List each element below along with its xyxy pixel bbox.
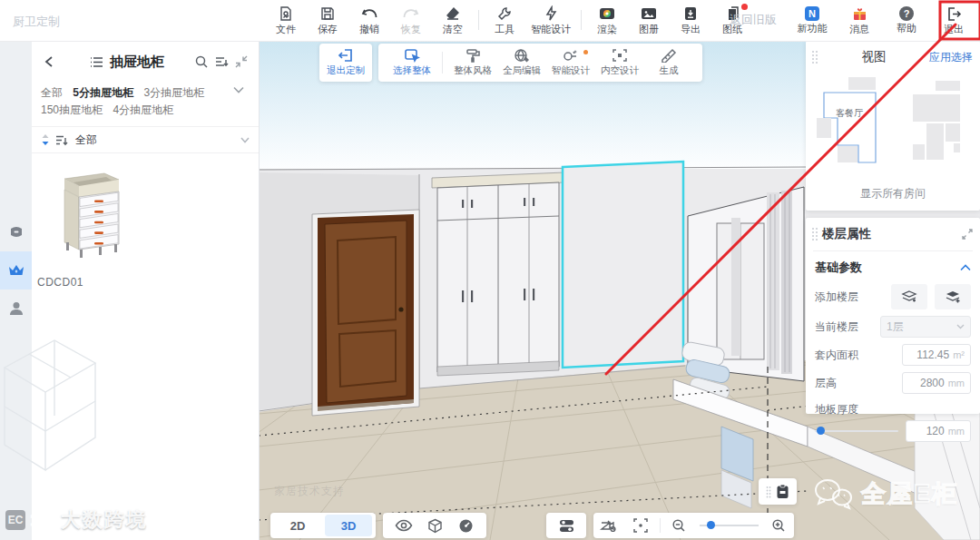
display-tools [383, 513, 486, 538]
cabinet-drawer-icon [7, 223, 25, 241]
undo-icon [360, 5, 378, 22]
global-edit-button[interactable]: 全局编辑 [497, 48, 546, 77]
drag-handle-icon [766, 486, 771, 498]
new-features-button[interactable]: N 新功能 [791, 0, 833, 40]
left-module-rail [0, 41, 32, 540]
floor-thickness-row: 120 mm [806, 417, 980, 442]
wechat-bubbles-icon [812, 476, 854, 512]
view-2d-button[interactable]: 2D [274, 515, 321, 536]
area-row: 套内面积 112.45 m² [806, 338, 980, 366]
help-icon: ? [899, 6, 914, 21]
sort-order-icon[interactable] [41, 133, 50, 146]
wrench-icon [496, 5, 513, 22]
floorplan-minimap[interactable]: 客餐厅 [806, 70, 980, 181]
tab-all[interactable]: 全部 [41, 86, 63, 99]
product-card[interactable]: CDCD01 [37, 164, 146, 289]
tab-4fen[interactable]: 4分抽屉地柜 [113, 103, 173, 116]
bottom-right-watermark: 全屋E柜 [812, 476, 958, 512]
rail-custom-module-active[interactable] [0, 251, 32, 290]
ai-design-button[interactable]: 智能设计 [525, 0, 576, 40]
rail-cabinet-module[interactable] [0, 213, 32, 251]
render-camera-icon [598, 5, 616, 22]
render-button[interactable]: 渲染 [586, 0, 628, 40]
thickness-input[interactable]: 120 mm [906, 420, 971, 442]
exit-button[interactable]: 退出 [933, 0, 975, 40]
back-to-old-link[interactable]: 返回旧版 [730, 12, 777, 28]
tabs-expand-chevron-icon[interactable] [233, 86, 244, 93]
tab-3fen[interactable]: 3分抽屉地柜 [143, 86, 204, 99]
smart-design-dot [583, 50, 588, 54]
paint-roller-icon [465, 48, 481, 63]
expand-panel-icon[interactable] [962, 229, 973, 240]
help-button[interactable]: ? 帮助 [886, 0, 927, 40]
zoom-in-icon[interactable] [764, 514, 794, 537]
panel-toggles-button[interactable] [546, 513, 586, 538]
performance-gauge-icon[interactable] [450, 514, 481, 537]
apply-selection-link[interactable]: 应用选择 [929, 50, 973, 65]
top-toolbar: 厨卫定制 文件 保存 撤销 恢复 清空 工具 智能设计 [0, 0, 980, 42]
slider-thumb[interactable] [817, 427, 825, 435]
zoom-slider[interactable] [700, 520, 759, 531]
sort-list-icon[interactable] [55, 134, 68, 146]
inner-space-design-button[interactable]: 内空设计 [595, 48, 644, 77]
clear-button[interactable]: 清空 [432, 0, 474, 40]
rail-user-module[interactable] [0, 290, 32, 328]
notes-clipboard-button[interactable] [759, 478, 797, 505]
back-button[interactable] [39, 52, 59, 72]
undo-button[interactable]: 撤销 [348, 0, 390, 40]
magic-wand-icon [563, 48, 579, 63]
collapse-panel-icon[interactable] [231, 52, 251, 72]
album-icon [640, 5, 658, 22]
view-3d-button[interactable]: 3D [325, 515, 372, 536]
catalog-panel: 抽屉地柜 全部 5分抽屉地柜 3分抽屉地柜 150抽屉地柜 4分抽屉地柜 全部 [32, 41, 260, 540]
drag-handle-icon[interactable] [811, 227, 818, 241]
album-button[interactable]: 图册 [628, 0, 670, 40]
smart-design-button[interactable]: 智能设计 [546, 48, 595, 77]
room-label: 客餐厅 [836, 108, 863, 118]
tab-150[interactable]: 150抽屉地柜 [41, 103, 103, 116]
catalog-title: 抽屉地柜 [110, 54, 164, 71]
sub-toolbar: 退出定制 选择整体 整体风格 全局编辑 智能设计 内空设计 生成 [319, 44, 702, 82]
floor-panel-title: 楼层属性 [822, 226, 962, 242]
area-input[interactable]: 112.45 m² [902, 344, 971, 366]
basic-params-section[interactable]: 基础参数 [806, 251, 980, 278]
select-whole-button[interactable]: 选择整体 [387, 48, 436, 77]
sort-dropdown-chevron-icon[interactable] [240, 137, 250, 143]
add-floor-button[interactable] [935, 284, 971, 309]
visibility-eye-icon[interactable] [388, 514, 419, 537]
slider-track [815, 430, 898, 432]
exit-customization-button[interactable]: 退出定制 [319, 44, 372, 82]
view-panel: 视图 应用选择 客餐厅 显示所有房间 [806, 41, 980, 211]
gift-message-icon [852, 6, 867, 22]
camera-settings-icon[interactable] [593, 514, 623, 537]
floor-height-input[interactable]: 2800 mm [902, 372, 971, 394]
redo-button[interactable]: 恢复 [390, 0, 432, 40]
overall-style-button[interactable]: 整体风格 [448, 48, 497, 77]
globe-edit-icon [514, 48, 530, 63]
file-button[interactable]: 文件 [265, 0, 307, 40]
copy-floor-button[interactable] [891, 284, 927, 309]
zoom-slider-thumb[interactable] [707, 521, 715, 529]
tab-5fen[interactable]: 5分抽屉地柜 [73, 86, 133, 99]
view-panel-header: 视图 应用选择 [806, 41, 980, 70]
new-feature-icon: N [805, 6, 819, 21]
tools-button[interactable]: 工具 [484, 0, 525, 40]
export-button[interactable]: 导出 [670, 0, 711, 40]
fit-view-icon[interactable] [625, 514, 655, 537]
thickness-slider[interactable] [815, 425, 898, 437]
viewport-watermark: 家居技术支持 [274, 484, 345, 499]
search-icon[interactable] [191, 52, 211, 72]
floor-height-row: 层高 2800 mm [806, 366, 980, 394]
cube-view-icon[interactable] [419, 514, 450, 537]
generate-button[interactable]: 生成 [644, 48, 693, 77]
current-floor-select[interactable]: 1层 [880, 316, 971, 338]
filter-icon[interactable] [211, 52, 231, 72]
redo-icon [402, 5, 420, 22]
show-all-rooms-link[interactable]: 显示所有房间 [806, 181, 980, 211]
sort-dropdown-value[interactable]: 全部 [75, 133, 240, 148]
zoom-out-icon[interactable] [664, 514, 694, 537]
chevron-up-icon [960, 264, 971, 271]
save-button[interactable]: 保存 [307, 0, 348, 40]
drag-handle-icon[interactable] [811, 50, 818, 64]
messages-button[interactable]: 消息 [838, 0, 880, 40]
